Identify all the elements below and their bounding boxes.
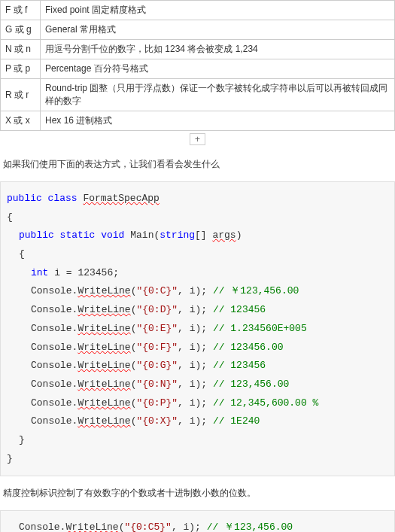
table-row: R 或 rRound-trip 圆整（只用于浮点数）保证一个数字被转化成字符串以… [1, 79, 395, 111]
plus-button[interactable]: + [190, 133, 205, 145]
format-desc: Hex 16 进制格式 [41, 111, 395, 131]
format-table: F 或 fFixed point 固定精度格式G 或 gGeneral 常用格式… [0, 0, 395, 131]
table-row: F 或 fFixed point 固定精度格式 [1, 1, 395, 20]
add-row: + [0, 131, 395, 147]
code-block-2: Console.WriteLine("{0:C5}", i); // ￥123,… [0, 510, 395, 532]
code-line: Console.WriteLine("{0:X}", i); // 1E240 [7, 412, 388, 431]
format-key: N 或 n [1, 40, 41, 59]
table-row: P 或 pPercentage 百分符号格式 [1, 59, 395, 79]
format-desc: Round-trip 圆整（只用于浮点数）保证一个数字被转化成字符串以后可以再被… [41, 79, 395, 111]
code-line: public class FormatSpecApp [7, 193, 160, 204]
paragraph-1: 如果我们使用下面的表达方式，让我们看看会发生什么 [3, 158, 392, 171]
format-key: G 或 g [1, 20, 41, 40]
code-line: Console.WriteLine("{0:C}", i); // ￥123,4… [7, 282, 388, 301]
format-key: P 或 p [1, 59, 41, 79]
code-line: Console.WriteLine("{0:D}", i); // 123456 [7, 301, 388, 320]
code-line: Console.WriteLine("{0:N}", i); // 123,45… [7, 375, 388, 394]
code-line: Console.WriteLine("{0:F}", i); // 123456… [7, 339, 388, 357]
code-block-1: public class FormatSpecApp { public stat… [0, 181, 395, 476]
format-desc: General 常用格式 [41, 20, 395, 40]
code-line: Console.WriteLine("{0:E}", i); // 1.2345… [7, 320, 388, 339]
table-row: X 或 xHex 16 进制格式 [1, 111, 395, 131]
code-line: Console.WriteLine("{0:C5}", i); // ￥123,… [7, 518, 388, 532]
format-desc: Percentage 百分符号格式 [41, 59, 395, 79]
code-line: Console.WriteLine("{0:G}", i); // 123456 [7, 357, 388, 375]
paragraph-2: 精度控制标识控制了有效数字的个数或者十进制数小数的位数。 [3, 487, 392, 500]
format-key: F 或 f [1, 1, 41, 20]
format-desc: Fixed point 固定精度格式 [41, 1, 395, 20]
format-desc: 用逗号分割千位的数字，比如 1234 将会被变成 1,234 [41, 40, 395, 59]
code-line: public static void Main(string[] args) [7, 226, 388, 245]
code-line: int i = 123456; [7, 264, 388, 283]
table-row: N 或 n用逗号分割千位的数字，比如 1234 将会被变成 1,234 [1, 40, 395, 59]
code-line: Console.WriteLine("{0:P}", i); // 12,345… [7, 394, 388, 413]
format-key: X 或 x [1, 111, 41, 131]
format-key: R 或 r [1, 79, 41, 111]
table-row: G 或 gGeneral 常用格式 [1, 20, 395, 40]
